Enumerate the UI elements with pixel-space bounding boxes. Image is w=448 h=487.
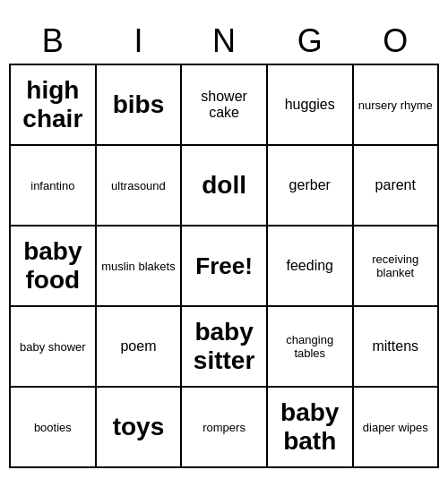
- header-letter: B: [10, 19, 96, 64]
- bingo-cell: Free!: [181, 226, 267, 306]
- table-row: baby showerpoembaby sitterchanging table…: [10, 306, 438, 387]
- table-row: high chairbibsshower cakehuggiesnursery …: [10, 64, 438, 145]
- bingo-cell: toys: [96, 387, 182, 467]
- bingo-cell: receiving blanket: [353, 226, 438, 306]
- header-row: BINGO: [10, 19, 438, 64]
- bingo-cell: poem: [96, 306, 182, 387]
- bingo-cell: shower cake: [181, 64, 267, 145]
- bingo-cell: muslin blakets: [96, 226, 182, 306]
- bingo-cell: mittens: [353, 306, 438, 387]
- table-row: baby foodmuslin blaketsFree!feedingrecei…: [10, 226, 438, 306]
- bingo-body: high chairbibsshower cakehuggiesnursery …: [10, 64, 438, 467]
- bingo-cell: diaper wipes: [353, 387, 438, 467]
- bingo-cell: baby food: [10, 226, 96, 306]
- header-letter: N: [181, 19, 267, 64]
- bingo-cell: parent: [353, 145, 438, 226]
- bingo-cell: feeding: [267, 226, 353, 306]
- table-row: infantinoultrasounddollgerberparent: [10, 145, 438, 226]
- header-letter: O: [353, 19, 438, 64]
- bingo-cell: huggies: [267, 64, 353, 145]
- bingo-cell: baby shower: [10, 306, 96, 387]
- bingo-cell: infantino: [10, 145, 96, 226]
- bingo-cell: ultrasound: [96, 145, 182, 226]
- bingo-cell: baby sitter: [181, 306, 267, 387]
- bingo-cell: high chair: [10, 64, 96, 145]
- bingo-cell: rompers: [181, 387, 267, 467]
- bingo-cell: bibs: [96, 64, 182, 145]
- header-letter: I: [96, 19, 182, 64]
- bingo-cell: changing tables: [267, 306, 353, 387]
- bingo-cell: nursery rhyme: [353, 64, 438, 145]
- bingo-cell: gerber: [267, 145, 353, 226]
- header-letter: G: [267, 19, 353, 64]
- bingo-card: BINGO high chairbibsshower cakehuggiesnu…: [9, 19, 439, 468]
- bingo-cell: doll: [181, 145, 267, 226]
- table-row: bootiestoysrompersbaby bathdiaper wipes: [10, 387, 438, 467]
- bingo-cell: baby bath: [267, 387, 353, 467]
- bingo-cell: booties: [10, 387, 96, 467]
